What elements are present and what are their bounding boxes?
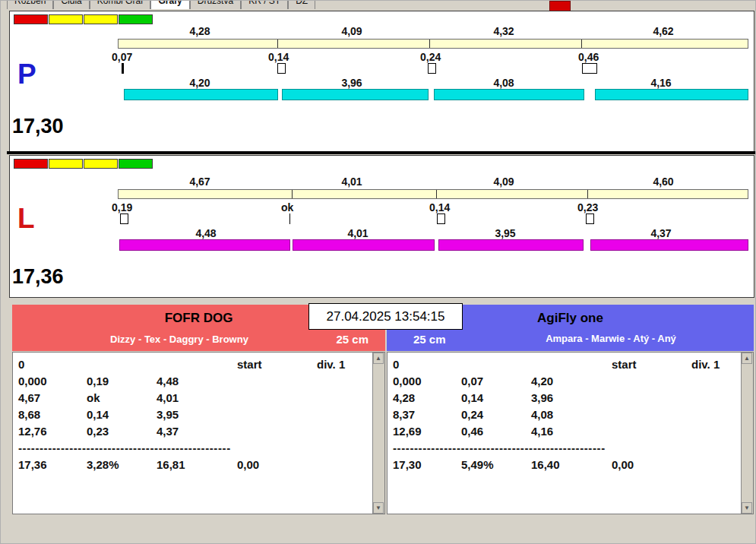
scrollbar[interactable]: ▲ ▼ xyxy=(372,353,384,514)
tick-line xyxy=(436,190,437,198)
table-cell: div. 1 xyxy=(691,358,720,371)
table-row: 8,680,143,95 xyxy=(13,408,384,425)
scroll-down-button[interactable]: ▼ xyxy=(373,502,384,514)
red-indicator-button[interactable] xyxy=(549,1,571,11)
tab--idla[interactable]: Čidla xyxy=(53,1,89,9)
table-row: 4,280,143,96 xyxy=(387,391,753,408)
tick-line xyxy=(581,40,582,48)
total-net-time: 16,40 xyxy=(531,458,560,471)
split-time-label: 4,48 xyxy=(195,227,216,239)
sensor-time-label: 4,62 xyxy=(653,25,673,37)
tab-bar: RozbehČidlaKombi GrafGrafyDružstvaKR / S… xyxy=(7,1,539,9)
change-marker xyxy=(586,213,594,224)
scroll-up-button[interactable]: ▲ xyxy=(373,353,384,364)
tab-rozbeh[interactable]: Rozbeh xyxy=(7,1,53,9)
table-cell: div. 1 xyxy=(317,358,345,371)
change-time-label: 0,19 xyxy=(112,201,132,213)
split-time-label: 3,96 xyxy=(341,77,362,89)
scrollbar[interactable]: ▲ ▼ xyxy=(741,353,753,514)
change-time-label: 0,46 xyxy=(578,51,599,63)
tick-line xyxy=(429,40,430,48)
table-cell: ok xyxy=(87,391,100,404)
total-time: 17,30 xyxy=(393,458,422,471)
timing-panel-l: L 17,36 4,67 4,01 4,09 4,60 0,19 ok 0,14… xyxy=(9,155,754,298)
table-cell: 0,000 xyxy=(393,375,422,387)
yellow-light xyxy=(49,159,83,169)
tab-dz[interactable]: DZ xyxy=(288,1,315,9)
table-cell: 0 xyxy=(393,358,399,371)
scroll-down-button[interactable]: ▼ xyxy=(742,502,752,514)
table-cell: 12,76 xyxy=(18,425,47,438)
total-penalty: 0,00 xyxy=(612,458,634,471)
start-lights xyxy=(14,14,153,24)
table-cell: 3,95 xyxy=(157,408,179,421)
scroll-up-button[interactable]: ▲ xyxy=(742,353,752,364)
table-cell: 0,000 xyxy=(18,375,47,387)
tab-grafy[interactable]: Grafy xyxy=(150,1,189,9)
table-row: 12,690,464,16 xyxy=(387,425,753,441)
sensor-bar xyxy=(118,189,748,199)
timing-panel-p: P 17,30 4,28 4,09 4,32 4,62 0,07 0,14 0,… xyxy=(9,11,754,152)
split-bar xyxy=(595,89,748,100)
table-cell: 0,19 xyxy=(87,375,109,387)
sensor-time-label: 4,60 xyxy=(653,176,673,188)
split-bar xyxy=(124,89,278,100)
total-percent: 5,49% xyxy=(461,458,494,471)
jump-height: 25 cm xyxy=(336,333,369,346)
table-cell: 0,23 xyxy=(87,425,109,438)
sensor-bar xyxy=(118,39,748,49)
table-cell: 0,46 xyxy=(461,425,483,438)
tick-line xyxy=(587,190,588,198)
split-time-label: 4,37 xyxy=(650,227,671,239)
results-table-left: 0 start div. 1 0,0000,194,484,67ok4,018,… xyxy=(12,352,385,514)
table-cell: 3,96 xyxy=(531,391,553,404)
sensor-time-label: 4,09 xyxy=(493,176,514,188)
divider-row: ----------------------------------------… xyxy=(387,441,753,458)
table-cell: 8,37 xyxy=(393,408,415,421)
tick-line xyxy=(292,190,293,198)
totals-row: 17,30 5,49% 16,40 0,00 xyxy=(387,458,753,475)
lane-letter-p: P xyxy=(17,60,36,88)
table-cell: 0,14 xyxy=(87,408,109,421)
change-marker xyxy=(289,213,290,224)
teams-section: FOFR DOG Dizzy - Tex - Daggry - Browny 2… xyxy=(12,305,754,514)
change-marker xyxy=(582,63,597,74)
split-time-label: 4,20 xyxy=(189,77,210,89)
change-time-label: 0,07 xyxy=(112,51,132,63)
table-row: 0,0000,194,48 xyxy=(13,375,384,391)
split-bar xyxy=(293,239,435,251)
table-row: 0,0000,074,20 xyxy=(387,375,753,391)
green-light xyxy=(119,14,153,24)
tab-kr-st[interactable]: KR / ST xyxy=(241,1,288,9)
results-table-right: 0 start div. 1 0,0000,074,204,280,143,96… xyxy=(387,352,754,514)
tab-kombi-graf[interactable]: Kombi Graf xyxy=(90,1,151,9)
total-percent: 3,28% xyxy=(87,458,119,471)
table-cell: start xyxy=(612,358,637,371)
dashed-divider: ----------------------------------------… xyxy=(18,441,231,454)
table-body: 0,0000,074,204,280,143,968,370,244,0812,… xyxy=(387,375,753,441)
red-light xyxy=(14,14,48,24)
table-cell: 4,67 xyxy=(18,391,40,404)
totals-row: 17,36 3,28% 16,81 0,00 xyxy=(13,458,384,475)
table-cell: 4,01 xyxy=(157,391,179,404)
total-penalty: 0,00 xyxy=(237,458,259,471)
red-light xyxy=(14,159,48,169)
split-bar xyxy=(590,239,748,251)
lane-total-time: 17,30 xyxy=(12,115,64,138)
table-cell: 0,14 xyxy=(461,391,483,404)
jump-height: 25 cm xyxy=(413,333,446,346)
change-marker xyxy=(428,63,436,74)
table-cell: 0,24 xyxy=(461,408,483,421)
split-time-label: 4,01 xyxy=(347,227,368,239)
table-cell: 0,07 xyxy=(461,375,483,387)
change-marker xyxy=(122,63,124,74)
tab-dru-stva[interactable]: Družstva xyxy=(190,1,241,9)
split-time-label: 4,16 xyxy=(650,77,671,89)
yellow-light xyxy=(49,14,83,24)
split-time-label: 4,08 xyxy=(493,77,514,89)
table-cell: start xyxy=(237,358,262,371)
table-row: 12,760,234,37 xyxy=(13,425,384,441)
team-dogs: Dizzy - Tex - Daggry - Browny xyxy=(20,334,339,345)
change-time-label: ok xyxy=(281,201,293,213)
total-time: 17,36 xyxy=(18,458,47,471)
